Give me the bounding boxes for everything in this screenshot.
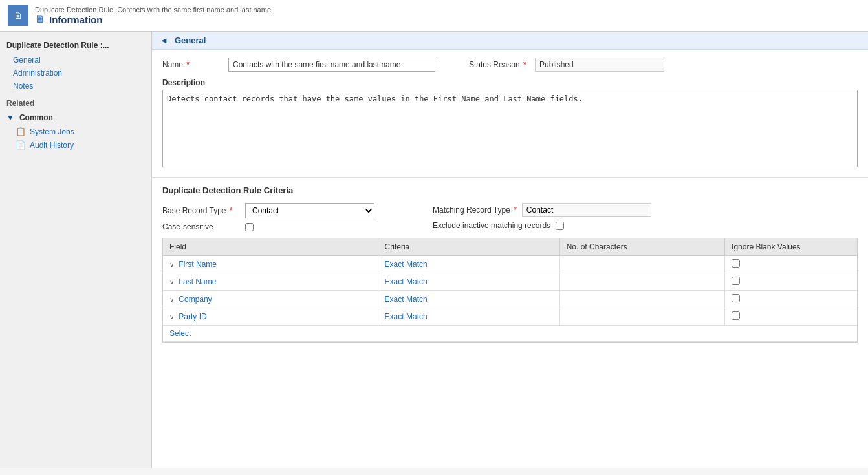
sidebar-item-audit-history[interactable]: 📄 Audit History — [0, 138, 151, 152]
status-label: Status Reason * — [469, 60, 527, 69]
row0-chars-cell — [559, 256, 724, 273]
row1-criteria-cell: Exact Match — [378, 273, 559, 291]
name-status-row: Name * Status Reason * — [162, 58, 858, 72]
status-input — [535, 58, 664, 72]
sidebar-section-header: Duplicate Detection Rule :... — [0, 37, 151, 54]
header-title-text: Information — [49, 14, 103, 25]
description-label: Description — [162, 78, 858, 87]
title-icon: 🗎 — [35, 14, 45, 25]
base-record-label: Base Record Type * — [162, 206, 240, 215]
header-subtitle: Duplicate Detection Rule: Contacts with … — [35, 6, 271, 14]
row3-criteria-cell: Exact Match — [378, 308, 559, 326]
row3-chars-cell — [559, 308, 724, 326]
col-header-chars: No. of Characters — [559, 238, 724, 256]
row3-criteria-link[interactable]: Exact Match — [385, 312, 428, 321]
row2-field-link[interactable]: Company — [179, 295, 212, 304]
table-row: ∨ Company Exact Match — [163, 291, 857, 308]
exclude-inactive-label: Exclude inactive matching records — [433, 221, 550, 230]
row1-field-cell: ∨ Last Name — [163, 273, 378, 291]
row3-field-link[interactable]: Party ID — [179, 312, 206, 321]
related-label: Related — [0, 92, 151, 111]
row3-ignore-checkbox[interactable] — [732, 311, 740, 320]
matching-record-input — [522, 203, 651, 217]
sidebar-item-administration[interactable]: Administration — [0, 67, 151, 79]
header-title: 🗎 Information — [35, 14, 271, 25]
row0-ignore-checkbox[interactable] — [732, 259, 740, 268]
select-row: Select — [163, 326, 857, 342]
criteria-table-container: Field Criteria No. of Characters Ignore … — [162, 238, 858, 343]
general-section-content: Name * Status Reason * Description Detec… — [152, 50, 868, 177]
row0-field-cell: ∨ First Name — [163, 256, 378, 273]
common-chevron-icon: ▼ — [6, 113, 14, 122]
row2-criteria-cell: Exact Match — [378, 291, 559, 308]
row2-chars-cell — [559, 291, 724, 308]
case-sensitive-checkbox[interactable] — [245, 223, 254, 231]
row0-ignore-cell — [725, 256, 857, 273]
row1-expand-icon[interactable]: ∨ — [169, 279, 174, 286]
audit-history-icon: 📄 — [16, 140, 26, 150]
row2-ignore-checkbox[interactable] — [732, 294, 740, 302]
status-required: * — [523, 60, 526, 69]
name-input[interactable] — [228, 58, 435, 72]
sidebar-item-general[interactable]: General — [0, 54, 151, 67]
base-record-group: Base Record Type * Contact Case-sensitiv… — [162, 203, 374, 231]
table-row: ∨ Party ID Exact Match — [163, 308, 857, 326]
row2-field-cell: ∨ Company — [163, 291, 378, 308]
matching-record-group: Matching Record Type * Exclude inactive … — [433, 203, 651, 230]
row3-expand-icon[interactable]: ∨ — [169, 313, 174, 321]
matching-record-label: Matching Record Type * — [433, 206, 517, 215]
row1-ignore-checkbox[interactable] — [732, 277, 740, 285]
criteria-fields: Base Record Type * Contact Case-sensitiv… — [162, 203, 858, 231]
table-header-row: Field Criteria No. of Characters Ignore … — [163, 238, 857, 256]
row3-field-cell: ∨ Party ID — [163, 308, 378, 326]
header-info: Duplicate Detection Rule: Contacts with … — [35, 6, 271, 25]
col-header-field: Field — [163, 238, 378, 256]
row0-criteria-link[interactable]: Exact Match — [385, 260, 428, 269]
main-layout: Duplicate Detection Rule :... General Ad… — [0, 32, 868, 468]
name-label: Name * — [162, 60, 221, 69]
criteria-section: Duplicate Detection Rule Criteria Base R… — [152, 177, 868, 350]
base-required: * — [230, 206, 233, 215]
row0-expand-icon[interactable]: ∨ — [169, 261, 174, 268]
matching-record-row: Matching Record Type * — [433, 203, 651, 217]
select-link[interactable]: Select — [169, 329, 191, 338]
content-area: ◄ General Name * Status Reason * Descrip… — [152, 32, 868, 468]
exclude-inactive-checkbox[interactable] — [556, 222, 564, 230]
row1-criteria-link[interactable]: Exact Match — [385, 277, 428, 286]
case-sensitive-row: Case-sensitive — [162, 222, 374, 231]
sidebar-item-notes[interactable]: Notes — [0, 79, 151, 92]
row0-field-link[interactable]: First Name — [179, 260, 217, 269]
row0-criteria-cell: Exact Match — [378, 256, 559, 273]
exclude-inactive-row: Exclude inactive matching records — [433, 221, 651, 230]
criteria-title: Duplicate Detection Rule Criteria — [162, 185, 858, 195]
row1-chars-cell — [559, 273, 724, 291]
select-cell: Select — [163, 326, 857, 342]
header-icon: 🗎 — [8, 5, 28, 26]
general-chevron-icon: ◄ — [160, 36, 168, 45]
case-sensitive-label: Case-sensitive — [162, 222, 240, 231]
common-header: ▼ Common — [0, 111, 151, 125]
matching-required: * — [514, 206, 517, 215]
row3-ignore-cell — [725, 308, 857, 326]
general-section-header: ◄ General — [152, 32, 868, 50]
row1-field-link[interactable]: Last Name — [179, 277, 216, 286]
row1-ignore-cell — [725, 273, 857, 291]
row2-criteria-link[interactable]: Exact Match — [385, 295, 428, 304]
base-record-select[interactable]: Contact — [245, 203, 374, 218]
col-header-criteria: Criteria — [378, 238, 559, 256]
system-jobs-icon: 📋 — [16, 127, 26, 136]
row2-expand-icon[interactable]: ∨ — [169, 296, 174, 303]
top-header: 🗎 Duplicate Detection Rule: Contacts wit… — [0, 0, 868, 32]
name-required: * — [186, 60, 190, 69]
base-record-row: Base Record Type * Contact — [162, 203, 374, 218]
description-textarea[interactable]: Detects contact records that have the sa… — [162, 90, 858, 167]
sidebar: Duplicate Detection Rule :... General Ad… — [0, 32, 152, 468]
table-row: ∨ First Name Exact Match — [163, 256, 857, 273]
row2-ignore-cell — [725, 291, 857, 308]
table-row: ∨ Last Name Exact Match — [163, 273, 857, 291]
sidebar-item-system-jobs[interactable]: 📋 System Jobs — [0, 125, 151, 138]
col-header-ignore: Ignore Blank Values — [725, 238, 857, 256]
criteria-table: Field Criteria No. of Characters Ignore … — [163, 238, 857, 342]
